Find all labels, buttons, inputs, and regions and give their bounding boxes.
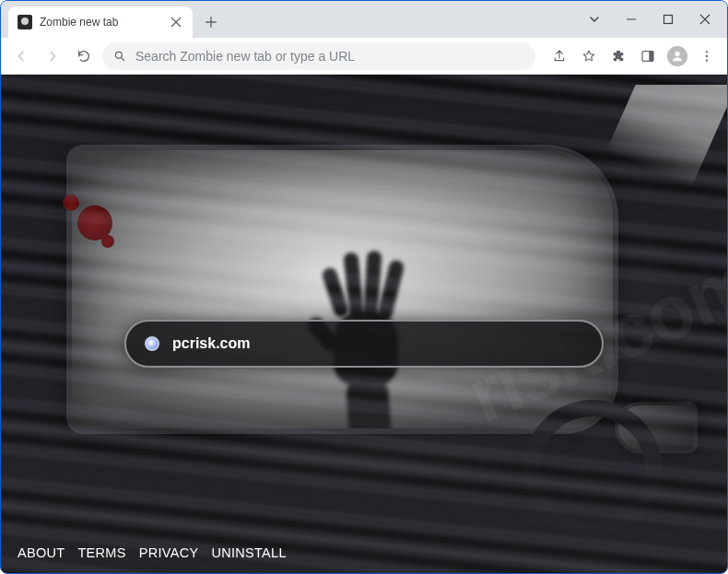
- newtab-page: risk.com ABOUT TERMS PRIVACY UNINSTALL: [1, 75, 727, 573]
- tab-title: Zombie new tab: [40, 16, 161, 29]
- search-input[interactable]: [172, 335, 583, 352]
- footer-about-link[interactable]: ABOUT: [18, 545, 65, 560]
- footer-uninstall-link[interactable]: UNINSTALL: [211, 545, 286, 560]
- search-container: [124, 320, 604, 368]
- footer-links: ABOUT TERMS PRIVACY UNINSTALL: [18, 545, 287, 560]
- new-tab-button[interactable]: [198, 9, 224, 35]
- favicon-icon: [18, 15, 32, 29]
- share-icon[interactable]: [546, 43, 572, 69]
- svg-point-7: [706, 59, 708, 61]
- svg-rect-3: [649, 51, 653, 61]
- blood-splatter-icon: [59, 189, 142, 263]
- omnibox-placeholder: Search Zombie new tab or type a URL: [135, 49, 355, 64]
- address-bar[interactable]: Search Zombie new tab or type a URL: [102, 42, 535, 70]
- chevron-down-icon[interactable]: [576, 6, 613, 33]
- tab-strip: Zombie new tab: [1, 1, 727, 38]
- close-window-button[interactable]: [687, 6, 723, 33]
- browser-window: Zombie new tab: [0, 0, 728, 574]
- svg-point-5: [706, 51, 708, 53]
- search-icon: [113, 50, 126, 63]
- footer-privacy-link[interactable]: PRIVACY: [139, 545, 199, 560]
- browser-tab[interactable]: Zombie new tab: [8, 6, 193, 38]
- svg-point-6: [706, 54, 708, 56]
- toolbar-actions: [546, 43, 720, 69]
- minimize-button[interactable]: [613, 6, 650, 33]
- extensions-icon[interactable]: [605, 43, 631, 69]
- window-controls: [576, 1, 723, 38]
- svg-point-4: [675, 51, 679, 55]
- footer-terms-link[interactable]: TERMS: [77, 545, 125, 560]
- toolbar: Search Zombie new tab or type a URL: [1, 38, 727, 75]
- svg-point-1: [115, 52, 122, 58]
- profile-avatar[interactable]: [664, 43, 690, 69]
- sidepanel-icon[interactable]: [635, 43, 661, 69]
- kebab-menu-icon[interactable]: [694, 43, 720, 69]
- bookmark-star-icon[interactable]: [576, 43, 602, 69]
- reload-button[interactable]: [71, 43, 97, 69]
- globe-icon: [145, 336, 159, 351]
- forward-button[interactable]: [40, 43, 65, 69]
- svg-rect-0: [664, 16, 673, 24]
- maximize-button[interactable]: [650, 6, 687, 33]
- search-bar[interactable]: [124, 320, 604, 368]
- close-tab-button[interactable]: [169, 15, 183, 29]
- back-button[interactable]: [8, 43, 34, 69]
